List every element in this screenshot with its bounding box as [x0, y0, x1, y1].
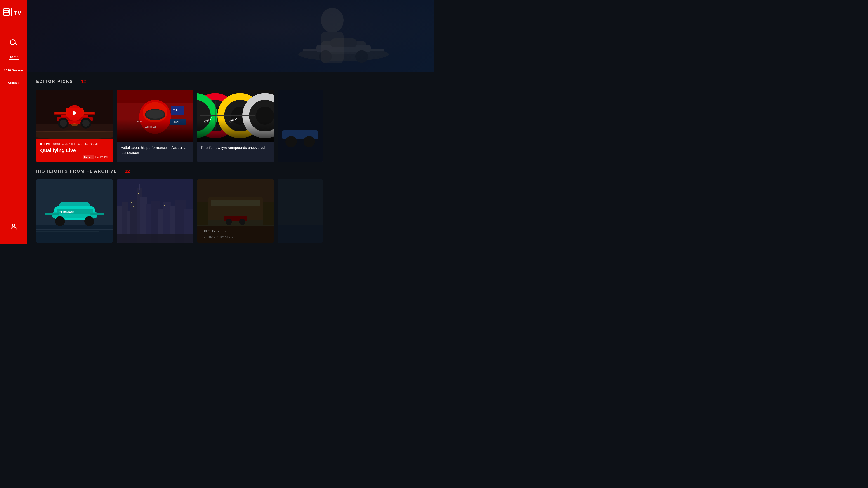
abudhabi-illustration: FLY Emirates ETIHAD AIRWAYS...: [197, 180, 274, 242]
sidebar: TV Home 2018 Season Archive: [0, 0, 27, 244]
svg-text:ETIHAD AIRWAYS...: ETIHAD AIRWAYS...: [204, 235, 235, 238]
live-race-name: 2018 Formula 1 Rolex Australian Grand Pr…: [53, 143, 102, 145]
profile-button[interactable]: [10, 223, 18, 230]
main-content: EDITOR PICKS 12: [27, 0, 434, 244]
search-button[interactable]: [0, 34, 27, 50]
svg-marker-32: [73, 111, 77, 116]
highlights-title: HIGHLIGHTS FROM F1 ARCHIVE: [36, 169, 117, 174]
svg-rect-110: [197, 202, 209, 225]
partial-card[interactable]: [278, 90, 323, 162]
svg-point-30: [71, 123, 78, 126]
sidebar-archive-label: Archive: [8, 81, 19, 85]
highlights-cards: PETRONAS: [36, 180, 425, 242]
featured-card-info: LIVE 2018 Formula 1 Rolex Australian Gra…: [36, 139, 113, 162]
svg-point-114: [239, 219, 246, 225]
svg-rect-97: [138, 193, 139, 194]
section-divider-2: [121, 169, 121, 174]
vettel-card[interactable]: FIA WEICHAI HUB: [117, 90, 193, 162]
editor-picks-header: EDITOR PICKS 12: [36, 79, 425, 84]
sidebar-item-2018season[interactable]: 2018 Season: [0, 64, 27, 76]
svg-rect-105: [211, 200, 260, 206]
partial-bottom-card[interactable]: [278, 180, 323, 242]
sidebar-item-home[interactable]: Home: [0, 50, 27, 64]
city-illustration: [117, 180, 193, 242]
svg-point-64: [285, 136, 297, 147]
svg-text:FLY Emirates: FLY Emirates: [204, 230, 227, 233]
featured-card-image: [36, 90, 113, 139]
city-card[interactable]: [117, 180, 193, 242]
svg-rect-86: [139, 184, 140, 190]
svg-rect-31: [36, 131, 113, 132]
svg-point-43: [146, 109, 164, 119]
svg-rect-62: [278, 90, 323, 162]
svg-rect-111: [263, 202, 274, 225]
svg-rect-77: [36, 229, 113, 230]
hero-banner: [27, 0, 434, 72]
search-icon: [10, 38, 17, 45]
svg-rect-116: [278, 225, 323, 242]
section-divider-1: [77, 79, 77, 84]
pirelli-card[interactable]: PIRELLI PIRELLI Pirelli's new tyre compo…: [197, 90, 274, 162]
abudhabi-card[interactable]: FLY Emirates ETIHAD AIRWAYS...: [197, 180, 274, 242]
svg-rect-99: [164, 205, 165, 206]
svg-text:FIA: FIA: [173, 108, 178, 112]
partial-bottom-illustration: [278, 180, 323, 242]
svg-rect-98: [152, 204, 152, 205]
profile-icon: [10, 223, 18, 230]
svg-point-113: [225, 219, 232, 225]
pirelli-gradient: [197, 119, 274, 142]
sidebar-home-label: Home: [8, 55, 19, 60]
svg-rect-3: [4, 13, 9, 15]
svg-point-74: [84, 216, 94, 226]
sidebar-nav: Home 2018 Season Archive: [0, 34, 27, 89]
svg-point-16: [321, 8, 344, 33]
editor-picks-section: EDITOR PICKS 12: [27, 72, 434, 166]
live-dot: [40, 143, 42, 145]
svg-point-65: [304, 136, 315, 147]
svg-point-73: [55, 216, 65, 226]
mercedes-illustration: PETRONAS: [36, 180, 113, 242]
mercedes-card[interactable]: PETRONAS: [36, 180, 113, 242]
pirelli-card-image: PIRELLI PIRELLI: [197, 90, 274, 142]
highlights-count: 12: [125, 169, 130, 174]
sidebar-item-archive[interactable]: Archive: [0, 76, 27, 89]
pirelli-card-title: Pirelli's new tyre compounds uncovered: [197, 142, 274, 154]
svg-rect-95: [131, 202, 132, 203]
featured-card[interactable]: LIVE 2018 Formula 1 Rolex Australian Gra…: [36, 90, 113, 162]
editor-picks-cards: LIVE 2018 Formula 1 Rolex Australian Gra…: [36, 90, 425, 162]
f1tv-logo: TV: [3, 6, 24, 18]
svg-text:PETRONAS: PETRONAS: [59, 210, 74, 213]
play-icon: [72, 110, 78, 116]
highlights-section: HIGHLIGHTS FROM F1 ARCHIVE 12: [27, 166, 434, 244]
vettel-gradient: [117, 119, 193, 142]
svg-point-29: [82, 120, 90, 127]
highlights-header: HIGHLIGHTS FROM F1 ARCHIVE 12: [36, 169, 425, 174]
sidebar-2018-label: 2018 Season: [4, 69, 23, 72]
f1tv-pro-text: F1 TV Pro: [95, 156, 109, 158]
play-button[interactable]: [67, 105, 83, 121]
partial-illustration: [278, 90, 323, 162]
svg-rect-75: [45, 213, 59, 215]
svg-rect-96: [133, 206, 133, 207]
hero-driver-decoration: [298, 7, 366, 70]
svg-rect-101: [117, 235, 193, 235]
live-label: LIVE: [44, 142, 51, 146]
f1tv-pro-badge: F1 TV F1 TV Pro: [83, 155, 109, 159]
live-indicator: LIVE 2018 Formula 1 Rolex Australian Gra…: [40, 142, 109, 146]
editor-picks-title: EDITOR PICKS: [36, 79, 73, 84]
vettel-card-image: FIA WEICHAI HUB: [117, 90, 193, 142]
svg-rect-76: [90, 213, 104, 215]
svg-text:F1 TV: F1 TV: [84, 156, 90, 158]
svg-rect-15: [366, 48, 384, 51]
f1tv-pro-logo: F1 TV: [83, 155, 94, 159]
svg-rect-106: [197, 225, 274, 242]
editor-picks-count: 12: [81, 79, 86, 84]
svg-point-27: [60, 120, 67, 127]
svg-rect-1: [4, 9, 9, 10]
vettel-card-title: Vettel about his performance in Australi…: [117, 142, 193, 159]
content-area: EDITOR PICKS 12: [27, 72, 434, 244]
svg-rect-2: [4, 11, 8, 12]
svg-rect-67: [36, 225, 113, 242]
featured-card-title: Qualifying Live: [40, 148, 109, 153]
svg-rect-17: [321, 32, 344, 63]
